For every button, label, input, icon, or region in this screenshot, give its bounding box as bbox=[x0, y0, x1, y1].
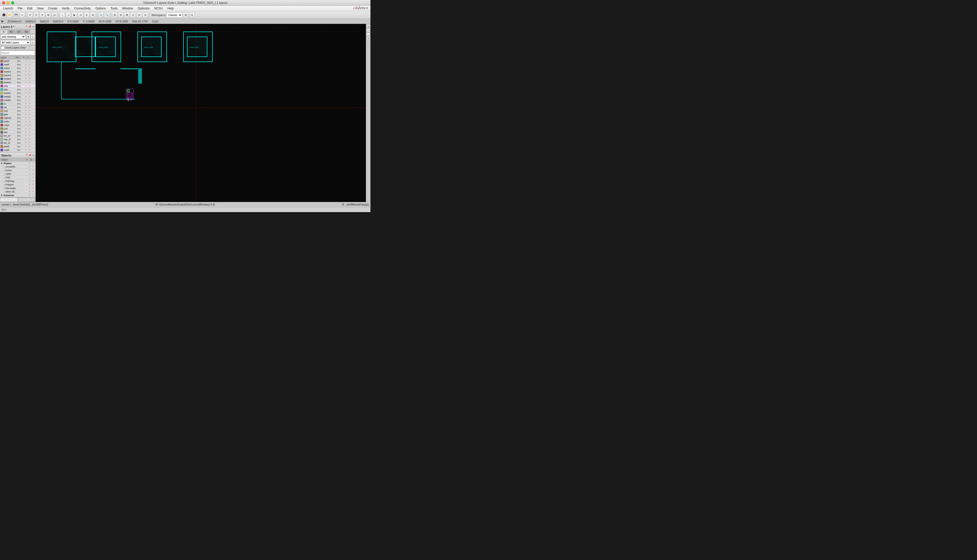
objects-help-icon[interactable]: ? bbox=[26, 154, 27, 157]
layer-row[interactable]: via drw ✓ ✓ bbox=[0, 105, 35, 109]
tb-btn15[interactable]: ⊕ bbox=[90, 12, 96, 18]
tb-new[interactable]: ⬛ bbox=[1, 12, 7, 18]
obj-row[interactable]: – Path ✓ ✓ bbox=[0, 176, 35, 179]
menu-help[interactable]: Help bbox=[165, 6, 176, 11]
cmd-input[interactable] bbox=[8, 208, 369, 211]
layers-pin-icon[interactable]: 📌 bbox=[28, 25, 31, 28]
layer-row[interactable]: nactive drw ✓ ✓ bbox=[0, 70, 35, 73]
canvas-area[interactable]: pmos_pcell pmos_pcell pmos_pcell pmos_pc… bbox=[36, 24, 366, 202]
tb-btn14[interactable]: ⊳ bbox=[84, 12, 90, 18]
rt-btn3[interactable]: - bbox=[367, 33, 370, 36]
layer-row[interactable]: metal2 drw ✓ ✓ bbox=[0, 95, 35, 98]
layer-row[interactable]: nolpe drw ✓ ✓ bbox=[0, 123, 35, 127]
tb-btn8[interactable]: ⊞ bbox=[45, 12, 51, 18]
tb-redo[interactable]: ↻ bbox=[33, 12, 39, 18]
obj-row[interactable]: – Polygon ✓ ✓ bbox=[0, 183, 35, 187]
layer-row[interactable]: nodrc drw ✓ ✓ bbox=[0, 120, 35, 123]
menu-options[interactable]: Options bbox=[94, 6, 108, 11]
maximize-button[interactable] bbox=[11, 1, 14, 4]
obj-row[interactable]: – Donut ✓ ✓ bbox=[0, 168, 35, 172]
tb-btn13[interactable]: ⊲ bbox=[78, 12, 84, 18]
rt-btn1[interactable]: ▲ bbox=[367, 24, 370, 28]
layer-row[interactable]: nwell drw ✓ ✓ bbox=[0, 63, 35, 67]
tb-btn19[interactable]: ⊟ bbox=[118, 12, 124, 18]
layers-help-icon[interactable]: ? bbox=[26, 25, 27, 28]
tb-btn10[interactable]: ↑ bbox=[60, 12, 65, 18]
layer-row[interactable]: cc drw ✓ ✓ bbox=[0, 102, 35, 105]
layer-row[interactable]: metal3 drw ✓ ✓ bbox=[0, 98, 35, 102]
close-button[interactable] bbox=[2, 1, 5, 4]
layers-valid-icon[interactable]: + bbox=[31, 40, 35, 45]
tab-shapes[interactable]: Shapes bbox=[0, 198, 18, 202]
layer-row[interactable]: pad drw ✓ ✓ bbox=[0, 127, 35, 130]
used-layers-checkbox[interactable] bbox=[1, 46, 4, 49]
layer-row[interactable]: text drw ✓ ✓ bbox=[0, 130, 35, 134]
menu-window[interactable]: Window bbox=[120, 6, 135, 11]
layer-row[interactable]: active drw ✓ ✓ bbox=[0, 67, 35, 70]
tb-btn22[interactable]: ⊚ bbox=[136, 12, 142, 18]
tb-open[interactable]: 📂 bbox=[7, 12, 13, 18]
layers-add-icon[interactable]: + bbox=[31, 35, 35, 39]
tb-btn20[interactable]: ⊠ bbox=[124, 12, 130, 18]
menu-optimize[interactable]: Optimize bbox=[135, 6, 152, 11]
layer-row[interactable]: poly drw ✓ ✓ bbox=[0, 84, 35, 88]
rt-btn4[interactable]: ▼ bbox=[367, 37, 370, 40]
tab-nv[interactable]: NV bbox=[8, 30, 15, 33]
menu-verify[interactable]: Verify bbox=[60, 6, 72, 11]
tb-ws-btn1[interactable]: ⊞ bbox=[183, 12, 189, 18]
layer-row[interactable]: metal1 drw ✓ ✓ bbox=[0, 91, 35, 95]
tb-btn21[interactable]: ⊙ bbox=[130, 12, 136, 18]
obj-row[interactable]: – PathSeg ✓ ✓ bbox=[0, 179, 35, 183]
layer-row[interactable]: elec drw ✓ ✓ bbox=[0, 88, 35, 91]
layer-drawing-select[interactable]: poly drawing bbox=[0, 34, 26, 39]
obj-row[interactable]: – Rectangle ✓ ✓ bbox=[0, 187, 35, 190]
tb-save[interactable]: 💾 bbox=[13, 12, 19, 18]
menu-launch[interactable]: Launch bbox=[1, 6, 15, 11]
obj-row[interactable]: ▼ Shapes ✓ ✓ bbox=[0, 162, 35, 165]
layer-row[interactable]: dio_id drw ✓ ✓ bbox=[0, 141, 35, 145]
layer-row[interactable]: via2 drw ✓ ✓ bbox=[0, 109, 35, 113]
layer-row[interactable]: pwell net ✓ ✓ bbox=[0, 145, 35, 148]
tb-btn11[interactable]: ⤢ bbox=[66, 12, 71, 18]
objects-close-icon[interactable]: ✕ bbox=[32, 154, 34, 157]
layer-valid-select[interactable]: All Valid Layers bbox=[0, 40, 30, 45]
layer-row[interactable]: pselect drw ✓ ✓ bbox=[0, 81, 35, 84]
tab-av[interactable]: AV bbox=[0, 30, 7, 33]
layer-row[interactable]: pactive drw ✓ ✓ bbox=[0, 73, 35, 77]
tab-ns[interactable]: NS bbox=[23, 30, 30, 33]
layers-close-icon[interactable]: ✕ bbox=[32, 25, 34, 28]
tb-zoom-in[interactable]: 🔍 bbox=[98, 12, 104, 18]
menu-file[interactable]: File bbox=[15, 6, 24, 11]
tb-btn18[interactable]: ⊞ bbox=[112, 12, 117, 18]
menu-tools[interactable]: Tools bbox=[109, 6, 120, 11]
obj-row[interactable]: – Other Sh... ✓ ✓ bbox=[0, 190, 35, 193]
layer-row[interactable]: cap_id drw ✓ ✓ bbox=[0, 138, 35, 141]
tb-ws-btn2[interactable]: ⊡ bbox=[189, 12, 195, 18]
tab-as[interactable]: AS bbox=[15, 30, 22, 33]
layers-search-input[interactable] bbox=[0, 51, 35, 55]
menu-connectivity[interactable]: Connectivity bbox=[72, 6, 93, 11]
layer-row[interactable]: highres drw ✓ ✓ bbox=[0, 116, 35, 120]
menu-view[interactable]: View bbox=[35, 6, 45, 11]
obj-row[interactable]: – Label ✓ ✓ bbox=[0, 172, 35, 176]
tb-btn23[interactable]: ⊛ bbox=[142, 12, 148, 18]
menu-create[interactable]: Create bbox=[46, 6, 59, 11]
tb-btn4[interactable]: ↩ bbox=[19, 12, 25, 18]
objects-pin-icon[interactable]: 📌 bbox=[28, 154, 31, 157]
tb-zoom-out[interactable]: 🔍 bbox=[104, 12, 110, 18]
layer-row[interactable]: res_id drw ✓ ✓ bbox=[0, 134, 35, 138]
obj-row[interactable]: – Circle/Elli... ✓ ✓ bbox=[0, 165, 35, 168]
tb-undo[interactable]: ↺ bbox=[27, 12, 33, 18]
menu-edit[interactable]: Edit bbox=[25, 6, 35, 11]
minimize-button[interactable] bbox=[7, 1, 10, 4]
layer-row[interactable]: glas drw ✓ ✓ bbox=[0, 113, 35, 116]
rt-btn2[interactable]: + bbox=[367, 28, 370, 32]
layer-row[interactable]: nwell net ✓ ✓ bbox=[0, 148, 35, 152]
tb-btn12[interactable]: ▶ bbox=[72, 12, 77, 18]
obj-row[interactable]: ▼ Instances ✓ ✓ bbox=[0, 193, 35, 197]
tab-guides[interactable]: Guides bbox=[18, 198, 36, 202]
tb-btn9[interactable]: ⊡ bbox=[52, 12, 57, 18]
layer-row[interactable]: nselect drw ✓ ✓ bbox=[0, 77, 35, 81]
layer-row[interactable]: pwell drw ✓ ✓ bbox=[0, 59, 35, 63]
workspace-select[interactable]: Classic bbox=[167, 12, 182, 18]
